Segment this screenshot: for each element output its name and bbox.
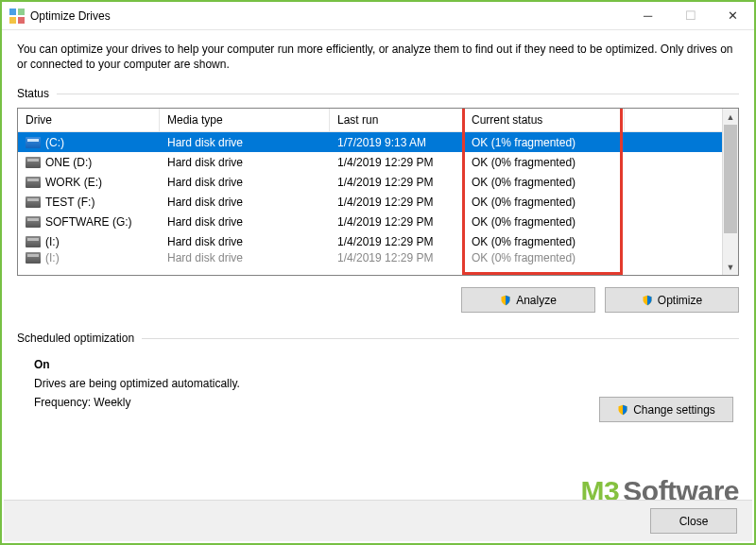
last-run: 1/4/2019 12:29 PM bbox=[330, 176, 464, 189]
window-title: Optimize Drives bbox=[30, 9, 111, 23]
description-text: You can optimize your drives to help you… bbox=[17, 42, 739, 72]
media-type: Hard disk drive bbox=[160, 196, 330, 209]
list-header[interactable]: Drive Media type Last run Current status bbox=[18, 109, 722, 132]
drive-name: ONE (D:) bbox=[45, 156, 92, 169]
drive-icon bbox=[26, 177, 41, 188]
table-row[interactable]: WORK (E:)Hard disk drive1/4/2019 12:29 P… bbox=[18, 172, 722, 192]
drive-icon bbox=[26, 157, 41, 168]
current-status: OK (0% fragmented) bbox=[464, 215, 625, 229]
last-run: 1/7/2019 9:13 AM bbox=[330, 136, 464, 149]
status-label: Status bbox=[17, 87, 739, 100]
maximize-button[interactable]: ☐ bbox=[669, 2, 712, 29]
last-run: 1/4/2019 12:29 PM bbox=[330, 235, 464, 248]
drive-name: (C:) bbox=[45, 136, 64, 149]
drive-icon bbox=[26, 216, 41, 228]
table-row[interactable]: (I:)Hard disk drive1/4/2019 12:29 PMOK (… bbox=[18, 251, 722, 264]
optimize-button[interactable]: Optimize bbox=[605, 287, 739, 313]
last-run: 1/4/2019 12:29 PM bbox=[330, 215, 464, 229]
table-row[interactable]: (I:)Hard disk drive1/4/2019 12:29 PMOK (… bbox=[18, 231, 722, 251]
close-button[interactable]: ✕ bbox=[712, 2, 754, 29]
titlebar: Optimize Drives ─ ☐ ✕ bbox=[2, 2, 754, 30]
close-dialog-button[interactable]: Close bbox=[650, 508, 737, 534]
scroll-thumb[interactable] bbox=[724, 125, 737, 233]
media-type: Hard disk drive bbox=[160, 136, 330, 149]
drive-name: TEST (F:) bbox=[45, 196, 94, 209]
footer-bar: Close bbox=[4, 500, 752, 541]
current-status: OK (0% fragmented) bbox=[464, 196, 625, 209]
current-status: OK (0% fragmented) bbox=[464, 176, 625, 189]
table-row[interactable]: ONE (D:)Hard disk drive1/4/2019 12:29 PM… bbox=[18, 152, 722, 172]
drive-icon bbox=[26, 137, 41, 148]
drive-name: SOFTWARE (G:) bbox=[45, 215, 132, 229]
scroll-up-icon[interactable]: ▲ bbox=[723, 109, 738, 125]
shield-icon bbox=[642, 294, 653, 307]
col-header-media[interactable]: Media type bbox=[160, 109, 330, 131]
schedule-state: On bbox=[34, 358, 739, 371]
drives-list: Drive Media type Last run Current status… bbox=[17, 108, 739, 276]
defrag-icon bbox=[9, 9, 25, 24]
current-status: OK (0% fragmented) bbox=[464, 156, 625, 169]
last-run: 1/4/2019 12:29 PM bbox=[330, 196, 464, 209]
table-row[interactable]: TEST (F:)Hard disk drive1/4/2019 12:29 P… bbox=[18, 192, 722, 212]
drive-name: WORK (E:) bbox=[45, 176, 102, 189]
shield-icon bbox=[500, 294, 511, 307]
scroll-down-icon[interactable]: ▼ bbox=[723, 259, 738, 275]
col-header-drive[interactable]: Drive bbox=[18, 109, 160, 131]
change-settings-button[interactable]: Change settings bbox=[599, 397, 733, 422]
list-scrollbar[interactable]: ▲ ▼ bbox=[722, 109, 738, 275]
current-status: OK (1% fragmented) bbox=[464, 136, 625, 149]
drive-icon bbox=[26, 236, 41, 247]
drive-name: (I:) bbox=[45, 235, 60, 248]
media-type: Hard disk drive bbox=[160, 235, 330, 248]
drive-icon bbox=[26, 196, 41, 208]
last-run: 1/4/2019 12:29 PM bbox=[330, 156, 464, 169]
current-status: OK (0% fragmented) bbox=[464, 235, 625, 248]
media-type: Hard disk drive bbox=[160, 215, 330, 229]
drive-icon bbox=[26, 252, 41, 264]
schedule-label: Scheduled optimization bbox=[17, 332, 739, 345]
table-row[interactable]: (C:)Hard disk drive1/7/2019 9:13 AMOK (1… bbox=[18, 132, 722, 152]
col-header-lastrun[interactable]: Last run bbox=[330, 109, 464, 131]
minimize-button[interactable]: ─ bbox=[627, 2, 669, 29]
media-type: Hard disk drive bbox=[160, 156, 330, 169]
shield-icon bbox=[617, 403, 628, 417]
media-type: Hard disk drive bbox=[160, 176, 330, 189]
table-row[interactable]: SOFTWARE (G:)Hard disk drive1/4/2019 12:… bbox=[18, 212, 722, 231]
col-header-status[interactable]: Current status bbox=[464, 109, 625, 131]
analyze-button[interactable]: Analyze bbox=[461, 287, 595, 313]
schedule-desc: Drives are being optimized automatically… bbox=[34, 377, 739, 390]
